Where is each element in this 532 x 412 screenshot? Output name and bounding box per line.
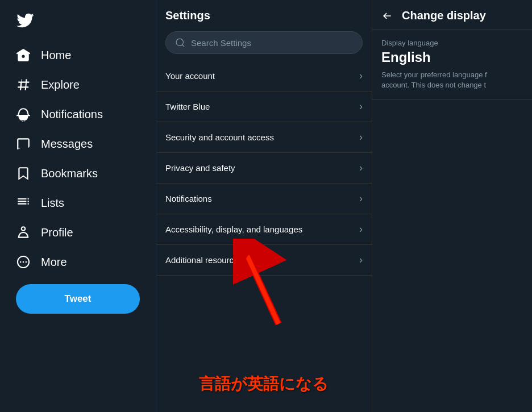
twitter-logo[interactable]	[7, 5, 149, 39]
chevron-right-icon-5: ›	[359, 223, 363, 235]
home-icon	[16, 48, 31, 63]
sidebar-item-profile-label: Profile	[41, 226, 73, 239]
settings-item-privacy-label: Privacy and safety	[165, 163, 235, 173]
back-button[interactable]	[381, 10, 393, 22]
settings-item-twitter-blue[interactable]: Twitter Blue ›	[156, 91, 372, 122]
bell-icon	[16, 107, 31, 122]
bookmarks-icon	[16, 166, 31, 181]
settings-item-notifications-label: Notifications	[165, 194, 212, 203]
language-value: English	[381, 49, 523, 65]
settings-item-accessibility-label: Accessibility, display, and languages	[165, 224, 302, 234]
settings-title: Settings	[156, 0, 372, 27]
sidebar-item-explore-label: Explore	[41, 78, 80, 91]
display-header: Change display	[372, 0, 532, 30]
settings-item-security[interactable]: Security and account access ›	[156, 122, 372, 153]
language-description: Select your preferred language faccount.…	[381, 70, 523, 90]
language-label: Display language	[381, 39, 523, 47]
display-panel-title: Change display	[402, 9, 486, 22]
sidebar-item-messages-label: Messages	[41, 138, 93, 151]
settings-item-twitter-blue-label: Twitter Blue	[165, 102, 210, 111]
sidebar-item-more-label: More	[41, 256, 67, 269]
settings-item-additional[interactable]: Additional resources ›	[156, 245, 372, 276]
profile-icon	[16, 225, 31, 240]
chevron-right-icon-2: ›	[359, 131, 363, 143]
back-arrow-icon	[381, 10, 393, 22]
settings-item-notifications[interactable]: Notifications ›	[156, 184, 372, 214]
chevron-right-icon-4: ›	[359, 193, 363, 205]
sidebar-item-lists-label: Lists	[41, 197, 64, 210]
sidebar-item-notifications[interactable]: Notifications	[7, 100, 149, 128]
explore-icon	[16, 77, 31, 92]
settings-item-your-account[interactable]: Your account ›	[156, 61, 372, 91]
chevron-right-icon-1: ›	[359, 101, 363, 113]
settings-panel: Settings Search Settings Your account › …	[156, 0, 372, 412]
chevron-right-icon-0: ›	[359, 70, 363, 82]
settings-item-security-label: Security and account access	[165, 132, 274, 142]
settings-item-privacy[interactable]: Privacy and safety ›	[156, 153, 372, 184]
messages-icon	[16, 136, 31, 151]
sidebar-item-profile[interactable]: Profile	[7, 218, 149, 247]
chevron-right-icon-6: ›	[359, 254, 363, 266]
sidebar-item-more[interactable]: More	[7, 248, 149, 276]
language-section: Display language English Select your pre…	[372, 30, 532, 100]
sidebar-item-home-label: Home	[41, 49, 71, 62]
sidebar-item-lists[interactable]: Lists	[7, 189, 149, 217]
settings-list: Your account › Twitter Blue › Security a…	[156, 61, 372, 412]
sidebar-item-bookmarks[interactable]: Bookmarks	[7, 159, 149, 188]
sidebar: Home Explore Notifications Messages	[0, 0, 156, 412]
search-icon	[175, 38, 185, 48]
chevron-right-icon-3: ›	[359, 162, 363, 174]
lists-icon	[16, 195, 31, 210]
search-settings-placeholder: Search Settings	[191, 38, 251, 48]
sidebar-item-explore[interactable]: Explore	[7, 70, 149, 99]
more-icon	[16, 255, 31, 269]
sidebar-item-bookmarks-label: Bookmarks	[41, 167, 98, 180]
settings-item-additional-label: Additional resources	[165, 255, 243, 265]
settings-item-accessibility[interactable]: Accessibility, display, and languages ›	[156, 214, 372, 245]
settings-item-your-account-label: Your account	[165, 71, 215, 81]
tweet-button[interactable]: Tweet	[16, 284, 140, 314]
sidebar-item-messages[interactable]: Messages	[7, 130, 149, 158]
twitter-bird-icon	[16, 11, 34, 30]
display-panel: Change display Display language English …	[372, 0, 532, 412]
sidebar-item-home[interactable]: Home	[7, 41, 149, 69]
search-settings-bar[interactable]: Search Settings	[165, 31, 363, 54]
sidebar-item-notifications-label: Notifications	[41, 108, 103, 121]
